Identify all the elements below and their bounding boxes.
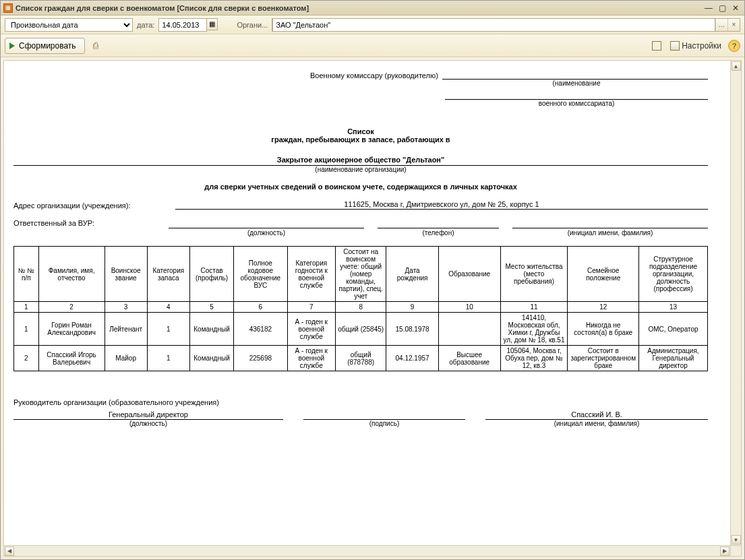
col-num: 3 — [105, 302, 147, 313]
col-header: Воинское звание — [105, 247, 147, 302]
cell-reg: общий (878788) — [335, 346, 386, 371]
col-num: 2 — [38, 302, 105, 313]
col-header: Фамилия, имя, отчество — [38, 247, 105, 302]
col-num: 7 — [287, 302, 335, 313]
col-num: 11 — [500, 302, 568, 313]
generate-label: Сформировать — [19, 41, 76, 51]
settings-icon — [670, 41, 680, 51]
cell-addr: 105064, Москва г, Обуха пер, дом № 12, к… — [500, 346, 568, 371]
vur-label: Ответственный за ВУР: — [13, 219, 169, 237]
maximize-button[interactable]: ▢ — [716, 3, 728, 13]
col-num: 8 — [335, 302, 386, 313]
col-num: 4 — [147, 302, 189, 313]
col-header: Состоит на воинском учете: общий (номер … — [335, 247, 386, 302]
cell-rank: Майор — [105, 346, 147, 371]
settings-button[interactable]: Настройки — [667, 40, 724, 52]
leader-name: Спасский И. В. — [485, 410, 708, 420]
addressee-line — [442, 70, 708, 80]
cell-sostav: Командный — [189, 313, 233, 346]
table-row: 1Горин Роман АлександровичЛейтенант1Кома… — [14, 313, 708, 346]
leader-position: Генеральный директор — [13, 410, 283, 420]
help-button[interactable]: ? — [728, 40, 740, 52]
col-header: Образование — [438, 247, 500, 302]
vur-name-slot — [512, 219, 708, 228]
settings-label: Настройки — [682, 41, 721, 51]
cell-pos: ОМС, Оператор — [639, 313, 708, 346]
address-label: Адрес организации (учреждения): — [13, 201, 169, 210]
close-button[interactable]: ✕ — [729, 3, 742, 13]
cell-fio: Горин Роман Александрович — [38, 313, 105, 346]
col-num: 6 — [234, 302, 287, 313]
cell-n: 2 — [14, 346, 39, 371]
scroll-left-button[interactable]: ◀ — [5, 547, 14, 556]
sig-cap-position: (должность) — [13, 420, 283, 427]
scroll-down-button[interactable]: ▼ — [732, 535, 741, 545]
table-colnum-row: 1 2 3 4 5 6 7 8 9 10 11 12 13 — [14, 302, 708, 313]
horizontal-scrollbar[interactable]: ◀ ▶ — [4, 545, 730, 556]
cell-cat: 1 — [147, 346, 189, 371]
cell-edu — [438, 313, 500, 346]
col-num: 10 — [438, 302, 500, 313]
col-num: 1 — [14, 302, 39, 313]
cell-addr: 141410, Московская обл, Химки г, Дружбы … — [500, 313, 568, 346]
cell-dob: 04.12.1957 — [386, 346, 438, 371]
vertical-scrollbar[interactable]: ▲ ▼ — [730, 61, 741, 545]
heading-line1: Список — [13, 127, 708, 135]
table-row: 2Спасский Игорь ВалерьевичМайор1Командны… — [14, 346, 708, 371]
vur-position-slot — [169, 219, 364, 228]
parameter-bar: Произвольная дата дата: ▦ Органи... … × — [1, 15, 744, 34]
org-field: … × — [272, 18, 740, 32]
minimize-button[interactable]: — — [703, 3, 715, 13]
org-sub: (наименование организации) — [13, 166, 708, 173]
org-full-name: Закрытое акционерное общество "Дельтаон" — [13, 156, 708, 166]
play-icon — [9, 42, 15, 49]
col-header: Дата рождения — [386, 247, 438, 302]
cell-vus: 436182 — [234, 313, 287, 346]
org-clear-button[interactable]: × — [727, 19, 740, 31]
vur-cap-name: (инициал имени, фамилия) — [512, 229, 708, 237]
scroll-up-button[interactable]: ▲ — [732, 61, 741, 71]
col-header: Структурное подразделение организации, д… — [639, 247, 708, 302]
col-header: Семейное положение — [568, 247, 639, 302]
cell-pos: Администрация, Генеральный директор — [639, 346, 708, 371]
cell-sostav: Командный — [189, 346, 233, 371]
vur-phone-slot — [378, 219, 499, 228]
calendar-icon[interactable]: ▦ — [207, 18, 218, 30]
grid-toggle-icon[interactable] — [650, 39, 663, 53]
org-input[interactable] — [272, 18, 715, 32]
generate-button[interactable]: Сформировать — [5, 38, 85, 54]
col-num: 5 — [189, 302, 233, 313]
cell-fam: Никогда не состоял(а) в браке — [568, 313, 639, 346]
leader-signature-slot — [303, 410, 465, 420]
vur-cap-position: (должность) — [169, 229, 364, 237]
cell-fit: А - годен к военной службе — [287, 313, 335, 346]
date-label: дата: — [136, 21, 156, 29]
data-table: № № п/п Фамилия, имя, отчество Воинское … — [13, 246, 708, 371]
cell-fit: А - годен к военной службе — [287, 346, 335, 371]
org-label: Органи... — [235, 21, 269, 29]
heading-line2: граждан, пребывающих в запасе, работающи… — [13, 135, 708, 144]
cell-n: 1 — [14, 313, 39, 346]
col-header: № № п/п — [14, 247, 39, 302]
addressee-sub2: военного комиссариата) — [445, 100, 708, 107]
document-viewport[interactable]: Военному комиссару (руководителю) (наиме… — [4, 61, 730, 545]
toolbar: Сформировать ⎙ Настройки ? — [1, 34, 744, 57]
col-num: 13 — [639, 302, 708, 313]
scroll-right-button[interactable]: ▶ — [720, 547, 729, 556]
app-icon: ▦ — [3, 3, 13, 13]
org-select-button[interactable]: … — [715, 19, 727, 31]
col-header: Полное кодовое обозначение ВУС — [234, 247, 287, 302]
col-num: 12 — [568, 302, 639, 313]
cell-fio: Спасский Игорь Валерьевич — [38, 346, 105, 371]
date-mode-select[interactable]: Произвольная дата — [5, 18, 133, 32]
app-window: ▦ Список граждан для сверки с военкомато… — [0, 0, 745, 560]
cell-edu: Высшее образование — [438, 346, 500, 371]
address-value: 111625, Москва г, Дмитриевского ул, дом … — [175, 200, 708, 210]
leader-label: Руководитель организации (образовательно… — [13, 398, 708, 406]
print-icon[interactable]: ⎙ — [89, 39, 102, 53]
col-header: Место жительства (место пребывания) — [500, 247, 568, 302]
scroll-corner — [730, 545, 741, 556]
cell-dob: 15.08.1978 — [386, 313, 438, 346]
date-input[interactable] — [158, 18, 207, 32]
cell-rank: Лейтенант — [105, 313, 147, 346]
